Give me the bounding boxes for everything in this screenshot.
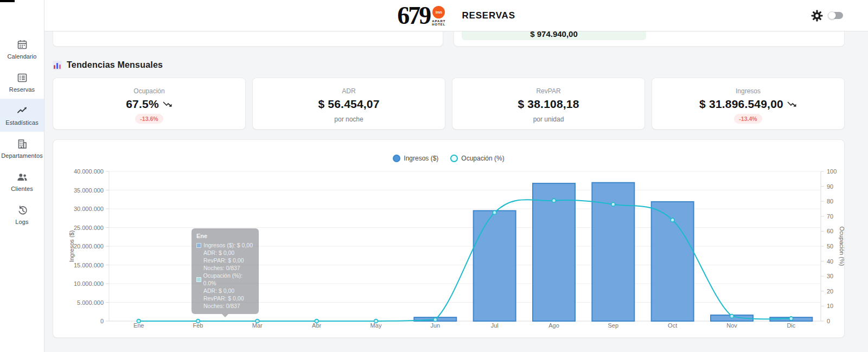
tooltip-row: Noches: 0/837: [196, 302, 254, 310]
svg-text:40: 40: [827, 258, 833, 265]
sidebar-item-label: Clientes: [11, 185, 33, 192]
ingresos-bar-ago[interactable]: [533, 183, 575, 321]
x-axis-label: Oct: [668, 322, 677, 329]
app-header: 679 inn APART HOTEL RESERVAS: [44, 0, 868, 31]
right-column: 679 inn APART HOTEL RESERVAS: [44, 0, 868, 352]
svg-text:5.000.000: 5.000.000: [77, 299, 104, 306]
history-icon: [16, 204, 28, 216]
svg-text:50: 50: [827, 243, 833, 249]
svg-text:30.000.000: 30.000.000: [74, 206, 104, 212]
tooltip-row: ADR: $ 0,00: [196, 287, 254, 295]
ingresos-bar-jul[interactable]: [474, 210, 516, 321]
building-icon: [16, 138, 28, 150]
svg-text:30: 30: [827, 273, 833, 279]
corner-artifact: [0, 0, 15, 2]
tooltip-row: ADR: $ 0,00: [196, 249, 254, 257]
x-axis-label: Jun: [430, 322, 440, 329]
x-axis-label: Nov: [726, 322, 737, 329]
tooltip-row: Noches: 0/837: [196, 264, 254, 272]
sidebar-item-label: Calendario: [7, 53, 36, 60]
svg-text:70: 70: [827, 213, 833, 220]
x-axis-label: Jul: [491, 322, 499, 329]
ocupacion-point-oct[interactable]: [671, 218, 674, 222]
tooltip-series-swatch: [196, 243, 201, 248]
chart-legend: Ingresos ($)Ocupación (%): [53, 155, 844, 162]
kpi-card: Ocupación 67.5% -13.6%: [53, 78, 246, 130]
sidebar-item-clientes[interactable]: Clientes: [0, 165, 44, 198]
svg-text:10: 10: [827, 303, 833, 309]
ocupacion-legend-dot: [450, 155, 458, 162]
kpi-label: ADR: [342, 87, 355, 95]
sidebar-item-calendario[interactable]: Calendario: [0, 33, 44, 66]
ocupacion-point-jun[interactable]: [433, 318, 437, 322]
kpi-value: $ 56.454,07: [318, 98, 379, 111]
trending-down-icon: [787, 101, 797, 108]
legend-item[interactable]: Ingresos ($): [393, 155, 438, 162]
ocupacion-point-ago[interactable]: [552, 199, 556, 202]
ocupacion-point-feb[interactable]: [196, 319, 200, 323]
sidebar-item-logs[interactable]: Logs: [0, 198, 44, 231]
kpi-card: ADR $ 56.454,07 por noche: [252, 78, 445, 130]
ocupacion-point-abr[interactable]: [315, 319, 318, 323]
ocupacion-point-mar[interactable]: [256, 319, 259, 323]
chart-tooltip: Ene Ingresos ($): $ 0,00ADR: $ 0,00RevPA…: [192, 228, 259, 314]
svg-text:35.000.000: 35.000.000: [74, 187, 104, 194]
tooltip-row: RevPAR: $ 0,00: [196, 295, 254, 302]
trending-down-icon: [163, 101, 173, 108]
tooltip-series-swatch: [196, 277, 201, 282]
kpi-subtext: por unidad: [533, 116, 564, 123]
section-title-text: Tendencias Mensuales: [67, 60, 163, 70]
x-axis-label: Dic: [787, 322, 795, 329]
svg-text:10.000.000: 10.000.000: [74, 280, 104, 287]
summary-card-right: $ 974.940,00: [454, 31, 845, 47]
svg-text:15.000.000: 15.000.000: [74, 262, 104, 268]
kpi-cards-row: Ocupación 67.5% -13.6% ADR: [53, 78, 845, 130]
ocupacion-point-ene[interactable]: [137, 319, 141, 323]
sidebar-item-label: Reservas: [9, 86, 35, 93]
legend-item[interactable]: Ocupación (%): [450, 155, 504, 162]
kpi-label: Ocupación: [133, 87, 164, 95]
svg-text:80: 80: [827, 198, 833, 204]
monthly-trends-chart[interactable]: 40.000.00035.000.00030.000.00025.000.000…: [53, 140, 845, 338]
sidebar-item-estadisticas[interactable]: Estadísticas: [0, 99, 44, 132]
ocupacion-point-may[interactable]: [374, 319, 378, 323]
chart-line-icon: [16, 105, 28, 117]
kpi-value: $ 38.108,18: [518, 98, 579, 111]
kpi-change-badge: -13.6%: [135, 114, 163, 124]
sidebar-item-departamentos[interactable]: Departamentos: [0, 132, 44, 165]
svg-text:60: 60: [827, 228, 833, 234]
sidebar-item-label: Departamentos: [1, 152, 43, 159]
theme-toggle[interactable]: [828, 12, 843, 19]
svg-text:0: 0: [827, 318, 830, 324]
app-logo: 679 inn APART HOTEL RESERVAS: [397, 5, 515, 27]
kpi-change-badge: -13.4%: [734, 114, 762, 124]
logo-subtitle: APART HOTEL: [432, 20, 445, 26]
logo-number: 679: [397, 5, 430, 27]
ocupacion-point-dic[interactable]: [789, 317, 793, 321]
kpi-value: 67.5%: [126, 98, 173, 111]
ocupacion-point-sep[interactable]: [611, 202, 615, 206]
total-amount: $ 974.940,00: [462, 31, 646, 40]
people-icon: [16, 171, 28, 183]
gear-icon[interactable]: [811, 10, 823, 22]
ocupacion-point-nov[interactable]: [730, 314, 734, 318]
logo-inn-badge: inn: [432, 6, 445, 18]
list-icon: [16, 72, 28, 84]
sidebar-item-label: Estadísticas: [5, 119, 39, 126]
svg-text:Ingresos ($): Ingresos ($): [68, 231, 75, 263]
tooltip-row: RevPAR: $ 0,00: [196, 257, 254, 264]
svg-text:90: 90: [827, 183, 833, 190]
kpi-card: Ingresos $ 31.896.549,00 -13.4%: [652, 78, 845, 130]
svg-text:20.000.000: 20.000.000: [74, 243, 104, 249]
ocupacion-point-jul[interactable]: [493, 211, 496, 215]
kpi-value: $ 31.896.549,00: [699, 98, 797, 111]
svg-text:0: 0: [100, 318, 104, 324]
section-header: Tendencias Mensuales: [53, 60, 868, 71]
tooltip-row: Ocupación (%): 0.0%: [196, 272, 254, 287]
sidebar-item-reservas[interactable]: Reservas: [0, 66, 44, 99]
trends-chart-card: Ingresos ($)Ocupación (%) 40.000.00035.0…: [53, 139, 845, 338]
page-title: RESERVAS: [462, 10, 515, 21]
svg-text:40.000.000: 40.000.000: [74, 168, 104, 175]
main-content: $ 974.940,00 Tendencias Mensuales Ocupac…: [44, 31, 868, 352]
sidebar: Calendario Reservas Estadísticas Departa…: [0, 0, 44, 352]
